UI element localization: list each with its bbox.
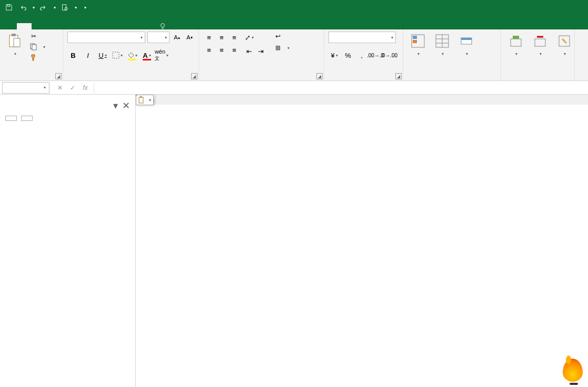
- spreadsheet-grid[interactable]: ▾: [136, 95, 588, 387]
- tab-formula[interactable]: [61, 23, 76, 29]
- svg-rect-24: [139, 97, 143, 103]
- group-styles: ▾ ▾ ▾: [403, 29, 501, 80]
- svg-rect-12: [413, 40, 417, 43]
- brush-icon: [29, 53, 38, 62]
- save-icon[interactable]: [4, 3, 14, 12]
- copy-button[interactable]: ▾: [28, 42, 46, 52]
- increase-indent-icon[interactable]: ⇥: [255, 45, 266, 57]
- wrap-icon: ↩: [274, 32, 282, 40]
- alignment-dialog-launcher[interactable]: ◢: [316, 73, 323, 79]
- cut-button[interactable]: ✂: [28, 32, 46, 41]
- ribbon-tabs: [0, 15, 588, 29]
- merge-center-button[interactable]: ⊞▾: [273, 43, 291, 53]
- group-alignment: ≡ ≡ ≡ ≡ ≡ ≡ ⤢▾ ⇤ ⇥ ↩ ⊞▾ ◢: [199, 29, 324, 80]
- redo-icon[interactable]: [39, 3, 48, 12]
- tab-review[interactable]: [91, 23, 105, 29]
- font-size-combo[interactable]: ▾: [147, 32, 170, 43]
- formula-bar: ▾ ✕ ✓ fx: [0, 81, 588, 95]
- format-cells-button[interactable]: ▾: [554, 32, 575, 57]
- copy-icon: [29, 43, 38, 51]
- paste-icon: [6, 33, 23, 49]
- align-left-icon[interactable]: ≡: [203, 44, 215, 56]
- bold-button[interactable]: B: [67, 49, 79, 61]
- border-button[interactable]: ▾: [112, 49, 123, 61]
- paste-options-button[interactable]: ▾: [136, 95, 154, 105]
- lightbulb-icon: [159, 22, 166, 29]
- group-clipboard: ▾ ✂ ▾ ◢: [0, 29, 63, 80]
- title-bar: ▾ ▾ ▾ ▾: [0, 0, 588, 15]
- clear-all-button[interactable]: [21, 116, 33, 121]
- watermark-site: [563, 359, 585, 385]
- print-preview-icon[interactable]: [60, 3, 69, 12]
- increase-decimal-icon[interactable]: .00→.0: [370, 49, 381, 61]
- tab-acrobat[interactable]: [135, 23, 150, 29]
- tab-help[interactable]: [120, 23, 135, 29]
- format-painter-button[interactable]: [28, 53, 46, 62]
- svg-rect-19: [511, 39, 521, 46]
- number-format-combo[interactable]: ▾: [328, 32, 396, 43]
- orientation-button[interactable]: ⤢▾: [243, 32, 255, 43]
- tab-file[interactable]: [2, 23, 17, 29]
- svg-rect-25: [140, 96, 142, 98]
- svg-rect-0: [7, 5, 9, 7]
- clipboard-dialog-launcher[interactable]: ◢: [55, 73, 62, 79]
- flame-icon: [563, 359, 583, 382]
- italic-button[interactable]: I: [82, 49, 94, 61]
- format-as-table-button[interactable]: ▾: [432, 32, 453, 57]
- tab-home[interactable]: [17, 23, 32, 29]
- svg-rect-11: [413, 36, 417, 39]
- insert-cells-button[interactable]: ▾: [505, 32, 526, 57]
- cancel-icon[interactable]: ✕: [56, 84, 64, 91]
- group-number: ▾ ¥▾ % , .00→.0 .0→.00 ◢: [324, 29, 403, 80]
- fill-color-button[interactable]: ▾: [126, 49, 138, 61]
- number-dialog-launcher[interactable]: ◢: [395, 73, 402, 79]
- table-format-icon: [434, 33, 451, 49]
- insert-cells-icon: [507, 33, 524, 49]
- align-top-icon[interactable]: ≡: [203, 32, 215, 43]
- paste-options-icon: [138, 96, 145, 104]
- pane-options-icon[interactable]: ▾: [113, 100, 118, 111]
- fx-icon[interactable]: fx: [81, 84, 89, 91]
- increase-font-icon[interactable]: A▴: [172, 32, 182, 43]
- cell-styles-button[interactable]: ▾: [456, 32, 477, 57]
- name-box[interactable]: ▾: [2, 82, 49, 94]
- font-color-button[interactable]: A▾: [141, 49, 153, 61]
- undo-icon[interactable]: [18, 3, 27, 12]
- enter-icon[interactable]: ✓: [68, 84, 77, 91]
- align-bottom-icon[interactable]: ≡: [228, 32, 240, 43]
- tab-layout[interactable]: [46, 23, 61, 29]
- delete-cells-button[interactable]: ▾: [530, 32, 551, 57]
- tab-view[interactable]: [105, 23, 120, 29]
- decrease-font-icon[interactable]: A▾: [184, 32, 195, 43]
- percent-button[interactable]: %: [342, 49, 354, 61]
- cell-styles-icon: [458, 33, 475, 49]
- decrease-indent-icon[interactable]: ⇤: [243, 45, 255, 57]
- accounting-format-button[interactable]: ¥▾: [328, 49, 340, 61]
- merge-icon: ⊞: [274, 44, 282, 52]
- clipboard-pane: ▾ ✕: [0, 95, 136, 387]
- decrease-decimal-icon[interactable]: .0→.00: [383, 49, 395, 61]
- delete-cells-icon: [532, 33, 549, 49]
- underline-button[interactable]: U▾: [97, 49, 108, 61]
- font-dialog-launcher[interactable]: ◢: [191, 73, 197, 79]
- pane-close-icon[interactable]: ✕: [122, 100, 130, 111]
- align-center-icon[interactable]: ≡: [216, 44, 227, 56]
- align-right-icon[interactable]: ≡: [228, 44, 240, 56]
- scissors-icon: ✂: [29, 32, 38, 40]
- conditional-format-button[interactable]: ▾: [407, 32, 428, 57]
- font-name-combo[interactable]: ▾: [67, 32, 145, 43]
- svg-rect-6: [14, 38, 20, 47]
- paste-all-button[interactable]: [5, 116, 17, 121]
- tell-me-search[interactable]: [159, 22, 170, 29]
- svg-rect-18: [461, 38, 472, 40]
- quick-access-toolbar: ▾ ▾ ▾ ▾: [0, 3, 91, 12]
- tab-insert[interactable]: [32, 23, 46, 29]
- align-middle-icon[interactable]: ≡: [216, 32, 227, 43]
- wrap-text-button[interactable]: ↩: [273, 32, 291, 41]
- comma-button[interactable]: ,: [356, 49, 367, 61]
- paste-button[interactable]: ▾: [4, 32, 25, 57]
- tab-data[interactable]: [76, 23, 91, 29]
- svg-rect-21: [535, 39, 545, 46]
- phonetic-button[interactable]: wén文▾: [156, 49, 167, 61]
- svg-rect-8: [32, 45, 36, 50]
